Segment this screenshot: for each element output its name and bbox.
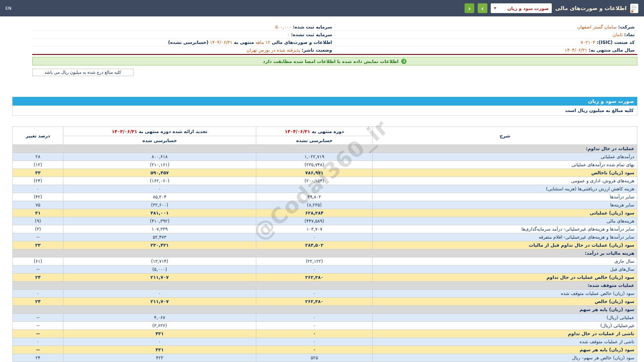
prior-period-value: ۴۲۳ [63,354,256,362]
prior-period-date: ۱۴۰۳/۰۶/۳۱ [112,129,137,134]
statement-row: سود (زیان) ناخالص۷۸۶,۹۷۱۵۹۰,۴۵۷۳۳ [13,169,637,177]
current-period-value: (۲۰۰,۱۵۴) [256,177,373,185]
period-months: ۱۲ ماهه [255,40,270,45]
symbol-value: ثامان [613,32,623,37]
statement-row: سود (زیان) خالص عملیات در حال تداوم۲۶۲,۳… [13,274,637,282]
nav-back-button[interactable]: ‹ [465,3,474,13]
section-header-row: عملیات متوقف شده: [13,282,637,290]
row-label: سود (زیان) خالص عملیات متوقف شده [373,290,637,298]
company-field: شرکت: سامان گستر اصفهان [335,23,637,31]
registered-capital-label: سرمایه ثبت شده: [293,24,332,29]
prior-period-value: (۴۱۰,۳۹۲) [63,217,256,225]
row-label: سود (زیان) عملیاتی [373,209,637,217]
income-statement-section: صورت سود و زیان کلیه مبالغ به میلیون ریا… [12,97,637,362]
change-percent-value: (۳) [13,225,63,233]
current-period-date: ۱۴۰۴/۰۶/۳۱ [285,129,310,134]
isic-value: ۷۰۲۱۰۴ [581,40,595,45]
change-percent-value: ۷۵ [13,201,63,209]
change-percent-value: (۴۲) [13,193,63,201]
current-period-title: دوره منتهی به [312,129,344,134]
change-percent-value: -- [13,265,63,274]
isic-label: کد صنعت (ISIC): [597,40,635,45]
statement-period-field: اطلاعات و صورت‌های مالی ۱۲ ماهه منتهی به… [32,39,335,46]
statement-type-dropdown-value: صورت سود و زیان [507,6,549,11]
row-label: هزینه‌های مالی [373,217,637,225]
isic-field: کد صنعت (ISIC): ۷۰۲۱۰۴ [335,39,637,46]
fiscal-year-field: سال مالی منتهی به: ۱۴۰۴/۰۶/۳۱ [335,46,637,54]
change-percent-value: (۹) [13,217,63,225]
row-label: ناشی از عملیات متوقف شده [373,338,637,346]
signed-info-banner: i اطلاعات نمایش داده شده با اطلاعات امضا… [32,57,637,65]
row-label: عملیاتی (ریال) [373,314,637,322]
row-label: سود (زیان) خالص [373,298,637,306]
prior-period-value: ۰ [63,185,256,193]
prior-period-value: (۳,۶۳۶) [63,322,256,330]
current-period-value: ۴۹,۸۰۲ [256,193,373,201]
current-period-value: ۲۶۲,۳۸۰ [256,298,373,306]
row-label: درآمدهای عملیاتی [373,153,637,161]
language-toggle[interactable]: EN [5,6,11,11]
prior-period-value: ۸۵,۲۰۴ [63,193,256,201]
financial-statements-logo-icon[interactable] [630,3,639,13]
row-label: سود (زیان) خالص عملیات در حال تداوم [373,274,637,282]
col-subheader-current-audit-status: حسابرسی نشده [256,136,373,145]
change-percent-value: ۲۴ [13,298,63,306]
current-period-value: ۷۸۶,۹۷۱ [256,169,373,177]
signed-banner-text: اطلاعات نمایش داده شده با اطلاعات امضا ش… [263,59,399,64]
symbol-label: نماد: [624,32,635,37]
change-percent-value: (۲۴) [13,177,63,185]
row-label: هزینه کاهش ارزش دریافتنی‌ها (هزینه استثن… [373,185,637,193]
current-period-value: ۰ [256,185,373,193]
row-label: سایر درآمدها و هزینه‌های غیرعملیاتی- درآ… [373,225,637,233]
statement-row: ناشی از عملیات متوقف شده۰۰۰ [13,338,637,346]
row-label: ناشی از عملیات در حال تداوم [373,330,637,338]
col-header-prior-period: تجدید ارائه شده دوره منتهی به ۱۴۰۳/۰۶/۳۱ [63,127,256,136]
col-header-change-percent: درصد تغییر [13,127,63,145]
change-percent-value: ۲۸ [13,153,63,161]
section-header-label: عملیات متوقف شده: [13,282,637,290]
prior-period-value: ۰ [63,290,256,298]
topbar: اطلاعات و صورت‌های مالی صورت سود و زیان … [0,0,644,16]
section-header-row: سود (زیان) پایه هر سهم [13,306,637,314]
unregistered-capital-value: ۰ [287,32,289,37]
change-percent-value: ۲۴ [13,274,63,282]
prior-period-value: (۱۳,۷۱۴) [63,257,256,265]
row-label: سایر هزینه‌ها [373,201,637,209]
statement-row: بهای تمام شده درآمدهای عملیاتی(۲۳۵,۷۴۸)(… [13,161,637,169]
current-period-value: ۰ [256,322,373,330]
col-header-description: شرح [373,127,637,145]
change-percent-value: ۰ [13,338,63,346]
current-period-value: ۰ [256,265,373,274]
unregistered-capital-label: سرمایه ثبت نشده: [291,32,332,37]
statement-type-dropdown[interactable]: صورت سود و زیان [491,3,552,13]
company-value: سامان گستر اصفهان [577,24,617,29]
section-header-row: عملیات در حال تداوم: [13,145,637,153]
prior-period-value: ۵۹۰,۴۵۷ [63,169,256,177]
prior-period-value: (۵,۰۰۰) [63,265,256,274]
row-label: بهای تمام شده درآمدهای عملیاتی [373,161,637,169]
prior-period-value: ۴۳۱ [63,346,256,354]
nav-forward-button[interactable]: › [478,3,487,13]
period-mid: منتهی به [234,40,254,45]
prior-period-value: ۲۱۱,۷۰۷ [63,274,256,282]
unit-note-box: کلیه مبالغ درج شده به میلیون ریال می باش… [32,69,133,76]
current-period-value: ۱۰۳,۷۰۷ [256,225,373,233]
statement-row: درآمدهای عملیاتی۱,۰۲۲,۷۱۹۸۰۰,۶۱۸۲۸ [13,153,637,161]
current-period-value: ۵۲۵ [256,354,373,362]
current-period-value: ۰ [256,290,373,298]
change-percent-value: ۲۴ [13,354,63,362]
chevron-down-icon [494,7,496,9]
prior-period-value: ۴۸۱,۰۰۱ [63,209,256,217]
current-period-value: (۲۲,۱۲۲) [256,257,373,265]
current-period-value: ۶۲۸,۳۸۴ [256,209,373,217]
registered-capital-field: سرمایه ثبت شده: ۵۰۰,۰۰۰ [32,23,335,31]
row-label: سود (زیان) خالص هر سهم– ریال [373,354,637,362]
statement-row: غیرعملیاتی (ریال)۰(۳,۶۳۶)-- [13,322,637,330]
statement-title-bar: صورت سود و زیان [12,97,637,106]
statement-row: ناشی از عملیات در حال تداوم۰۴۳۱-- [13,330,637,338]
row-label: غیرعملیاتی (ریال) [373,322,637,330]
prior-period-title: تجدید ارائه شده دوره منتهی به [139,129,208,134]
current-period-value: (۲۳۵,۷۴۸) [256,161,373,169]
section-header-label: سود (زیان) پایه هر سهم [13,306,637,314]
change-percent-value: -- [13,233,63,241]
